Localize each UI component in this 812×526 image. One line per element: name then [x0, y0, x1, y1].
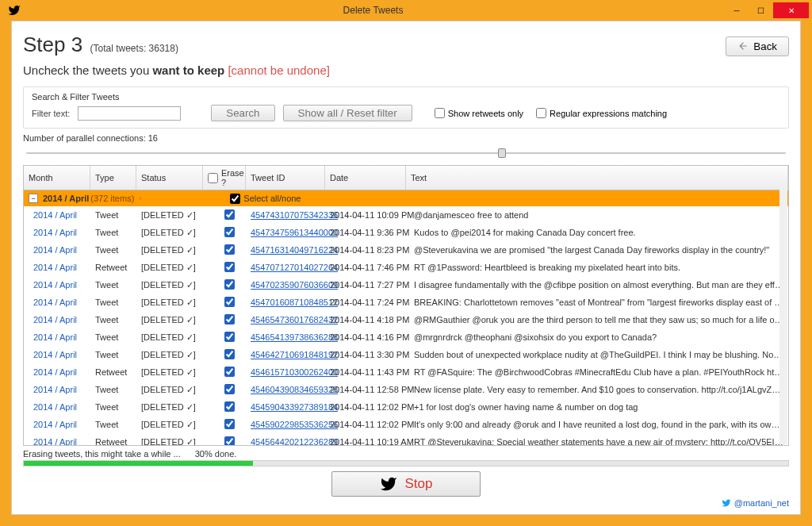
cell-status: [DELETED ✓]: [141, 420, 208, 430]
table-row[interactable]: 2014 / AprilTweet[DELETED ✓]454590229853…: [24, 416, 788, 433]
col-tweetid[interactable]: Tweet ID: [246, 166, 325, 190]
erase-checkbox[interactable]: [224, 209, 235, 220]
erase-checkbox[interactable]: [224, 419, 235, 429]
minimize-button[interactable]: ─: [726, 2, 748, 18]
close-button[interactable]: ✕: [773, 2, 809, 18]
table-row[interactable]: 2014 / AprilTweet[DELETED ✓]454716314049…: [24, 241, 788, 259]
progress-fill: [24, 461, 253, 466]
cell-tweetid[interactable]: 454701608710848512: [251, 298, 330, 307]
cell-status: [DELETED ✓]: [141, 263, 208, 273]
cell-status: [DELETED ✓]: [141, 298, 208, 308]
cell-tweetid[interactable]: 454654139738636288: [251, 332, 330, 342]
cell-text: Sudden bout of unexpected workplace nudi…: [411, 350, 783, 359]
scrollbar[interactable]: [779, 183, 787, 444]
col-status[interactable]: Status: [136, 166, 203, 190]
cell-type: Tweet: [95, 280, 141, 290]
cell-month: 2014 / April: [33, 420, 95, 429]
window-controls: ─ ☐ ✕: [726, 2, 809, 18]
table-row[interactable]: 2014 / AprilTweet[DELETED ✓]454654736017…: [24, 311, 788, 328]
cell-tweetid[interactable]: 454702359076036609: [251, 280, 330, 290]
cell-tweetid[interactable]: 454615710300262400: [251, 367, 330, 377]
select-all-label: Select all/none: [243, 194, 301, 203]
cell-tweetid[interactable]: 454654736017682432: [251, 315, 330, 324]
regex-checkbox[interactable]: [536, 108, 546, 118]
cell-type: Tweet: [95, 245, 141, 255]
erase-checkbox[interactable]: [224, 384, 235, 394]
cell-tweetid[interactable]: 454734759613440000: [251, 228, 330, 237]
table-row[interactable]: 2014 / AprilTweet[DELETED ✓]454590433927…: [24, 398, 788, 416]
table-row[interactable]: 2014 / AprilRetweet[DELETED ✓]4545644202…: [24, 433, 788, 445]
cell-status: [DELETED ✓]: [141, 210, 208, 221]
select-all-checkbox[interactable]: [230, 194, 240, 204]
filter-text-input[interactable]: [78, 106, 181, 121]
erase-checkbox[interactable]: [224, 279, 235, 290]
cell-tweetid[interactable]: 454642710691848192: [251, 350, 330, 359]
table-row[interactable]: 2014 / AprilTweet[DELETED ✓]454734759613…: [24, 224, 788, 241]
cell-text: I disagree fundamentally with the @cfibp…: [411, 280, 783, 290]
col-date[interactable]: Date: [325, 166, 406, 190]
col-month[interactable]: Month: [24, 166, 90, 190]
cell-date: 2014-04-11 10:19 AM: [330, 437, 411, 445]
table-row[interactable]: 2014 / AprilTweet[DELETED ✓]454604390834…: [24, 381, 788, 398]
erase-checkbox[interactable]: [224, 297, 235, 307]
erase-checkbox[interactable]: [224, 349, 235, 359]
collapse-icon[interactable]: −: [29, 194, 38, 203]
erase-header-checkbox[interactable]: [208, 173, 218, 183]
cell-date: 2014-04-11 8:23 PM: [330, 245, 411, 255]
erase-checkbox[interactable]: [224, 314, 235, 324]
instruction-bold: want to keep: [152, 63, 224, 77]
retweets-only-checkbox[interactable]: [435, 108, 445, 118]
table-row[interactable]: 2014 / AprilRetweet[DELETED ✓]4547071270…: [24, 259, 788, 276]
col-erase[interactable]: Erase ?: [203, 166, 246, 190]
cell-date: 2014-04-11 3:30 PM: [330, 350, 411, 359]
cell-tweetid[interactable]: 454707127014027264: [251, 263, 330, 272]
connections-slider[interactable]: [23, 146, 789, 160]
col-type[interactable]: Type: [90, 166, 136, 190]
cell-type: Tweet: [95, 385, 141, 394]
stop-button[interactable]: Stop: [331, 471, 481, 497]
cell-month: 2014 / April: [33, 437, 95, 445]
erase-checkbox[interactable]: [224, 332, 235, 342]
group-row[interactable]: − 2014 / April (372 items) › Select all/…: [24, 190, 788, 206]
cell-month: 2014 / April: [33, 245, 95, 255]
filter-legend: Search & Filter Tweets: [32, 92, 780, 102]
table-row[interactable]: 2014 / AprilTweet[DELETED ✓]454743107075…: [24, 206, 788, 224]
chevron-right-icon: ›: [139, 194, 141, 202]
cell-tweetid[interactable]: 454716314049716224: [251, 245, 330, 255]
reset-filter-button[interactable]: Show all / Reset filter: [283, 105, 412, 121]
cell-status: [DELETED ✓]: [141, 332, 208, 343]
maximize-button[interactable]: ☐: [749, 2, 772, 18]
search-button[interactable]: Search: [211, 105, 274, 121]
cell-type: Tweet: [95, 315, 141, 324]
erase-checkbox[interactable]: [224, 227, 235, 237]
cell-tweetid[interactable]: 454590229853536256: [251, 420, 330, 429]
cell-tweetid[interactable]: 454604390834659328: [251, 385, 330, 394]
cell-text: RT @1Password: Heartbleed is breaking my…: [411, 263, 783, 272]
cell-date: 2014-04-11 7:27 PM: [330, 280, 411, 290]
cell-date: 2014-04-11 4:18 PM: [330, 315, 411, 324]
table-row[interactable]: 2014 / AprilRetweet[DELETED ✓]4546157103…: [24, 363, 788, 381]
cell-tweetid[interactable]: 454564420212236289: [251, 437, 330, 445]
table-row[interactable]: 2014 / AprilTweet[DELETED ✓]454642710691…: [24, 346, 788, 363]
erase-checkbox[interactable]: [224, 367, 235, 377]
table-row[interactable]: 2014 / AprilTweet[DELETED ✓]454702359076…: [24, 276, 788, 294]
erase-checkbox[interactable]: [224, 401, 235, 412]
app-bird-icon: [8, 4, 21, 17]
cell-tweetid[interactable]: 454743107075342336: [251, 210, 330, 220]
back-button[interactable]: Back: [726, 36, 789, 56]
erase-checkbox[interactable]: [224, 436, 235, 446]
table-row[interactable]: 2014 / AprilTweet[DELETED ✓]454701608710…: [24, 294, 788, 311]
col-text[interactable]: Text: [406, 166, 788, 190]
credit-link[interactable]: @martani_net: [23, 498, 789, 508]
cell-month: 2014 / April: [33, 298, 95, 307]
cell-status: [DELETED ✓]: [141, 228, 208, 238]
slider-thumb[interactable]: [498, 148, 506, 158]
cell-type: Tweet: [95, 228, 141, 237]
erase-checkbox[interactable]: [224, 244, 235, 255]
table-row[interactable]: 2014 / AprilTweet[DELETED ✓]454654139738…: [24, 328, 788, 346]
erase-checkbox[interactable]: [224, 262, 235, 272]
cell-month: 2014 / April: [33, 367, 95, 377]
cell-tweetid[interactable]: 454590433927389184: [251, 402, 330, 412]
cell-text: @Steverukavina we are promised "the larg…: [411, 245, 783, 255]
cell-month: 2014 / April: [33, 315, 95, 324]
